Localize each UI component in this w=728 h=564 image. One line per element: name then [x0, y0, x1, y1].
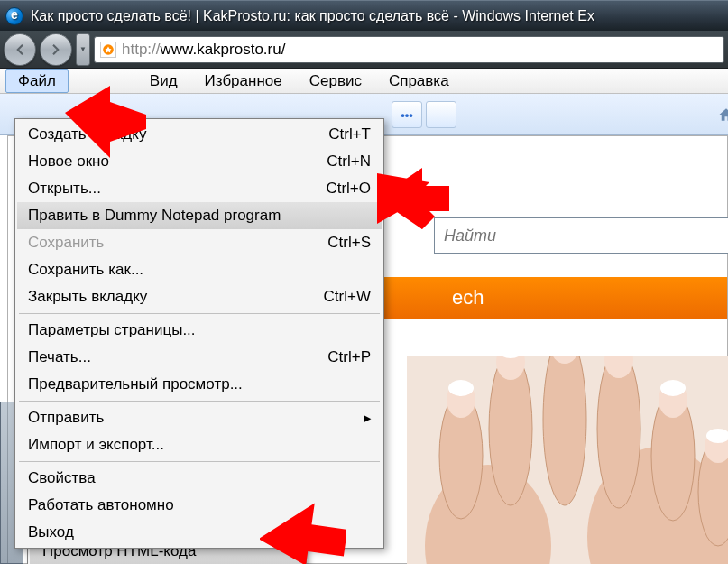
menu-separator	[19, 401, 380, 402]
menu-separator	[19, 461, 380, 462]
article-image	[407, 356, 728, 564]
url-rest: www.kakprosto.ru/	[161, 41, 286, 58]
forward-button[interactable]	[40, 33, 72, 66]
menu-item-label: Открыть...	[28, 180, 326, 198]
navigation-bar: ▼ http://www.kakprosto.ru/	[0, 31, 728, 69]
annotation-arrow-3	[260, 502, 346, 564]
nav-history-dropdown[interactable]: ▼	[76, 33, 90, 66]
file-menu-item[interactable]: Отправить▶	[17, 404, 382, 431]
file-menu-item[interactable]: Закрыть вкладкуCtrl+W	[17, 283, 382, 310]
menu-item-label: Предварительный просмотр...	[28, 375, 371, 393]
address-bar[interactable]: http://www.kakprosto.ru/	[94, 36, 724, 63]
svg-point-11	[448, 380, 474, 396]
svg-marker-25	[260, 502, 346, 564]
back-button[interactable]	[4, 33, 36, 66]
file-menu-item[interactable]: Печать...Ctrl+P	[17, 344, 382, 371]
window-titlebar: Как просто сделать всё! | KakProsto.ru: …	[0, 0, 728, 31]
menu-item-shortcut: Ctrl+W	[324, 288, 371, 306]
home-button[interactable]	[711, 101, 728, 128]
ie-icon	[5, 7, 23, 25]
menu-item-shortcut: Ctrl+T	[328, 125, 371, 143]
menu-item-label: Править в Dummy Notepad program	[28, 207, 371, 225]
url-text[interactable]: http://www.kakprosto.ru/	[122, 41, 718, 59]
nav-fragment: ech	[452, 286, 484, 310]
site-favicon	[100, 42, 116, 58]
menu-tools[interactable]: Сервис	[297, 69, 374, 93]
annotation-arrow-1	[65, 86, 146, 158]
menu-help[interactable]: Справка	[376, 69, 462, 93]
svg-marker-22	[65, 86, 146, 158]
svg-point-19	[660, 380, 686, 396]
file-menu-item[interactable]: Открыть...Ctrl+O	[17, 175, 382, 202]
file-menu-item[interactable]: Сохранить как...	[17, 256, 382, 283]
home-icon	[718, 106, 728, 123]
menu-item-shortcut: Ctrl+P	[327, 348, 371, 366]
toolbar-button-a[interactable]: •••	[392, 101, 422, 128]
menu-item-label: Печать...	[28, 348, 327, 366]
toolbar-button-b[interactable]	[426, 101, 456, 128]
menu-item-shortcut: Ctrl+O	[326, 180, 371, 198]
search-input[interactable]	[444, 227, 722, 245]
menu-file[interactable]: Файл	[5, 69, 69, 93]
file-menu-item[interactable]: Свойства	[17, 465, 382, 492]
dots-icon: •••	[401, 108, 413, 122]
annotation-arrow-2	[377, 162, 449, 235]
arrow-left-icon	[12, 42, 28, 58]
menu-item-label: Свойства	[28, 469, 371, 487]
file-menu-item: СохранитьCtrl+S	[17, 229, 382, 256]
file-menu-item[interactable]: Предварительный просмотр...	[17, 371, 382, 398]
file-menu-item[interactable]: Параметры страницы...	[17, 317, 382, 344]
site-search-box[interactable]	[434, 217, 728, 254]
svg-point-7	[597, 356, 640, 508]
window-title: Как просто сделать всё! | KakProsto.ru: …	[31, 8, 594, 24]
menu-favorites[interactable]: Избранное	[192, 69, 295, 93]
menu-separator	[19, 313, 380, 314]
menu-item-label: Параметры страницы...	[28, 321, 371, 339]
menu-item-shortcut: Ctrl+N	[327, 153, 371, 171]
file-menu-item[interactable]: Импорт и экспорт...	[17, 431, 382, 458]
file-menu-item[interactable]: Править в Dummy Notepad program	[17, 202, 382, 229]
menu-item-label: Отправить	[28, 409, 364, 427]
arrow-right-icon	[48, 42, 64, 58]
menu-item-label: Закрыть вкладку	[28, 288, 324, 306]
menu-item-shortcut: Ctrl+S	[327, 234, 371, 252]
menu-item-label: Сохранить	[28, 234, 327, 252]
file-menu-dropdown: Создать вкладкуCtrl+TНовое окноCtrl+NОтк…	[14, 118, 384, 549]
url-protocol: http://	[122, 41, 161, 58]
submenu-arrow-icon: ▶	[364, 412, 371, 424]
menu-item-label: Импорт и экспорт...	[28, 436, 371, 454]
menu-item-label: Сохранить как...	[28, 261, 371, 279]
